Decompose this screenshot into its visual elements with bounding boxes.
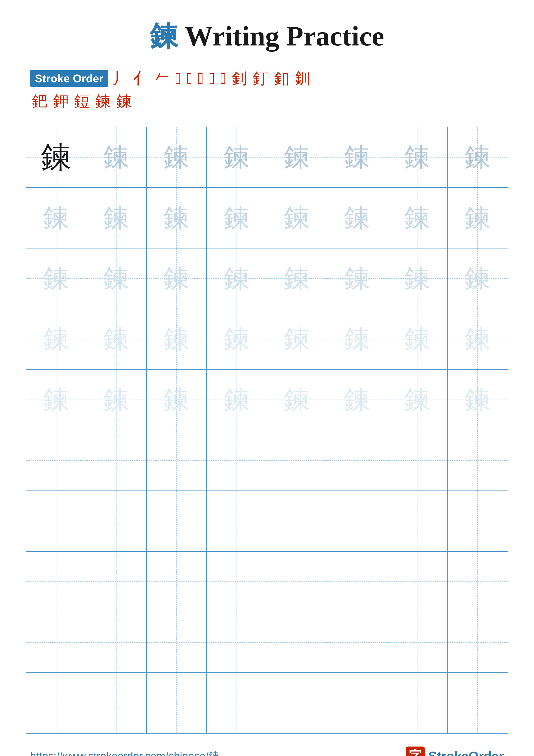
grid-cell[interactable] bbox=[327, 430, 387, 491]
grid-cell[interactable]: 鍊 bbox=[327, 370, 387, 430]
grid-cell[interactable]: 鍊 bbox=[147, 127, 207, 187]
grid-cell[interactable]: 鍊 bbox=[267, 127, 327, 187]
grid-cell[interactable]: 鍊 bbox=[447, 127, 508, 187]
stroke-6: 𠂍 bbox=[198, 69, 203, 88]
grid-cell[interactable] bbox=[207, 491, 267, 551]
grid-cell[interactable] bbox=[327, 673, 387, 733]
grid-cell[interactable] bbox=[447, 430, 508, 491]
grid-cell[interactable]: 鍊 bbox=[207, 309, 267, 369]
grid-cell[interactable] bbox=[267, 612, 327, 672]
grid-cell[interactable]: 鍊 bbox=[87, 188, 146, 248]
grid-cell[interactable] bbox=[387, 430, 447, 491]
grid-cell[interactable]: 鍊 bbox=[327, 188, 387, 248]
grid-cell[interactable]: 鍊 bbox=[147, 370, 207, 430]
grid-cell[interactable] bbox=[87, 491, 146, 551]
grid-cell[interactable] bbox=[207, 552, 267, 612]
cell-char: 鍊 bbox=[284, 140, 310, 175]
grid-cell[interactable] bbox=[447, 612, 508, 672]
grid-cell[interactable]: 鍊 bbox=[327, 127, 387, 187]
grid-cell[interactable] bbox=[387, 612, 447, 672]
grid-cell[interactable] bbox=[447, 552, 508, 612]
grid-cell[interactable]: 鍊 bbox=[26, 188, 87, 248]
grid-cell[interactable] bbox=[26, 552, 87, 612]
grid-cell[interactable]: 鍊 bbox=[447, 188, 508, 248]
grid-cell[interactable]: 鍊 bbox=[447, 370, 508, 430]
grid-cell[interactable]: 鍊 bbox=[147, 249, 207, 309]
grid-cell[interactable]: 鍊 bbox=[26, 127, 87, 187]
grid-cell[interactable] bbox=[207, 612, 267, 672]
grid-cell[interactable]: 鍊 bbox=[387, 188, 447, 248]
grid-row-4: 鍊 鍊 鍊 鍊 鍊 鍊 鍊 鍊 bbox=[26, 309, 508, 369]
grid-cell[interactable] bbox=[267, 430, 327, 491]
grid-cell[interactable] bbox=[26, 430, 87, 491]
grid-cell[interactable]: 鍊 bbox=[387, 127, 447, 187]
grid-cell[interactable]: 鍊 bbox=[26, 309, 87, 369]
grid-cell[interactable]: 鍊 bbox=[87, 249, 146, 309]
grid-cell[interactable]: 鍊 bbox=[26, 370, 87, 430]
grid-cell[interactable] bbox=[387, 491, 447, 551]
cell-char: 鍊 bbox=[404, 261, 430, 296]
grid-cell[interactable] bbox=[447, 673, 508, 733]
grid-cell[interactable] bbox=[87, 612, 146, 672]
grid-row-2: 鍊 鍊 鍊 鍊 鍊 鍊 鍊 鍊 bbox=[26, 188, 508, 248]
stroke-16: 鍊 bbox=[95, 91, 111, 112]
grid-cell[interactable] bbox=[267, 491, 327, 551]
grid-cell[interactable]: 鍊 bbox=[387, 370, 447, 430]
grid-cell[interactable]: 鍊 bbox=[267, 249, 327, 309]
grid-cell[interactable]: 鍊 bbox=[327, 249, 387, 309]
grid-cell[interactable] bbox=[87, 552, 146, 612]
cell-char: 鍊 bbox=[284, 261, 310, 296]
cell-char: 鍊 bbox=[465, 322, 491, 357]
grid-cell[interactable] bbox=[147, 552, 207, 612]
cell-char: 鍊 bbox=[465, 382, 491, 418]
grid-cell[interactable] bbox=[147, 491, 207, 551]
grid-cell[interactable] bbox=[447, 491, 508, 551]
grid-cell[interactable]: 鍊 bbox=[267, 370, 327, 430]
grid-cell[interactable] bbox=[207, 673, 267, 733]
grid-cell[interactable] bbox=[147, 612, 207, 672]
grid-cell[interactable]: 鍊 bbox=[447, 309, 508, 369]
grid-cell[interactable]: 鍊 bbox=[147, 309, 207, 369]
grid-cell[interactable] bbox=[267, 673, 327, 733]
grid-cell[interactable]: 鍊 bbox=[207, 370, 267, 430]
grid-cell[interactable]: 鍊 bbox=[87, 127, 146, 187]
grid-cell[interactable]: 鍊 bbox=[447, 249, 508, 309]
grid-cell[interactable]: 鍊 bbox=[267, 188, 327, 248]
cell-char: 鍊 bbox=[465, 261, 491, 296]
grid-cell[interactable]: 鍊 bbox=[26, 249, 87, 309]
grid-cell[interactable] bbox=[207, 430, 267, 491]
cell-char: 鍊 bbox=[224, 382, 250, 418]
grid-cell[interactable] bbox=[26, 673, 87, 733]
grid-cell[interactable] bbox=[26, 491, 87, 551]
grid-cell[interactable]: 鍊 bbox=[267, 309, 327, 369]
grid-cell[interactable]: 鍊 bbox=[207, 127, 267, 187]
grid-cell[interactable] bbox=[147, 673, 207, 733]
grid-cell[interactable] bbox=[267, 552, 327, 612]
cell-char: 鍊 bbox=[404, 140, 430, 175]
grid-cell[interactable] bbox=[87, 673, 146, 733]
grid-cell[interactable] bbox=[327, 491, 387, 551]
grid-cell[interactable]: 鍊 bbox=[387, 309, 447, 369]
grid-cell[interactable]: 鍊 bbox=[87, 309, 146, 369]
grid-cell[interactable] bbox=[387, 552, 447, 612]
grid-cell[interactable]: 鍊 bbox=[387, 249, 447, 309]
cell-char: 鍊 bbox=[465, 140, 491, 175]
title-char: 鍊 bbox=[150, 20, 178, 51]
grid-cell[interactable] bbox=[327, 552, 387, 612]
grid-cell[interactable]: 鍊 bbox=[207, 249, 267, 309]
grid-cell[interactable] bbox=[26, 612, 87, 672]
grid-cell[interactable]: 鍊 bbox=[327, 309, 387, 369]
grid-cell[interactable]: 鍊 bbox=[147, 188, 207, 248]
stroke-order-section: Stroke Order 丿 亻 𠂉 𠂋 𠂌 𠂍 𠂎 𠀃 釗 釘 釦 釧 鈀 鉀… bbox=[26, 68, 508, 114]
title-text: Writing Practice bbox=[178, 20, 384, 51]
grid-cell[interactable]: 鍊 bbox=[207, 188, 267, 248]
grid-cell[interactable]: 鍊 bbox=[87, 370, 146, 430]
grid-cell[interactable] bbox=[147, 430, 207, 491]
footer-url[interactable]: https://www.strokeorder.com/chinese/鍊 bbox=[30, 749, 219, 756]
cell-char: 鍊 bbox=[41, 137, 71, 178]
grid-cell[interactable] bbox=[87, 430, 146, 491]
grid-cell[interactable] bbox=[327, 612, 387, 672]
grid-cell[interactable] bbox=[387, 673, 447, 733]
grid-row-8 bbox=[26, 552, 508, 612]
grid-row-10 bbox=[26, 673, 508, 733]
